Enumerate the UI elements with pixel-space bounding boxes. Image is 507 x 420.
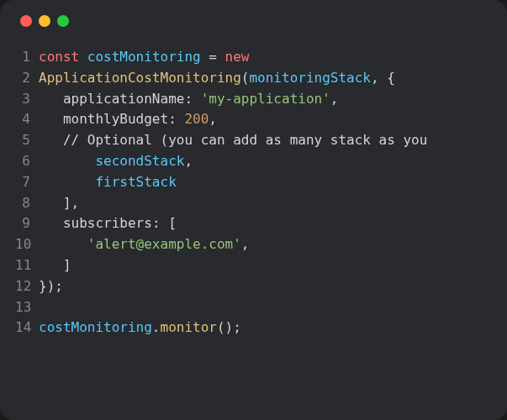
token-punct: : (184, 91, 200, 107)
code-line[interactable]: 13 (15, 297, 492, 318)
line-number: 3 (15, 89, 39, 110)
line-number: 10 (15, 234, 39, 255)
code-line[interactable]: 3 applicationName: 'my-application', (15, 89, 492, 110)
token-keyword: const (39, 49, 79, 65)
code-line[interactable]: 9 subscribers: [ (15, 213, 492, 234)
token-punct (39, 236, 87, 252)
token-string: 'my-application' (201, 91, 330, 107)
code-line[interactable]: 1const costMonitoring = new (15, 47, 492, 68)
close-icon[interactable] (20, 15, 32, 27)
token-number: 200 (184, 111, 209, 127)
token-comment: // Optional (you can add as many stack a… (63, 132, 427, 148)
token-punct (201, 49, 209, 65)
token-punct: , { (371, 70, 395, 86)
line-number: 8 (15, 193, 39, 214)
line-content[interactable]: applicationName: 'my-application', (39, 89, 338, 110)
traffic-lights (0, 15, 507, 27)
line-content[interactable]: 'alert@example.com', (39, 234, 249, 255)
line-content[interactable]: const costMonitoring = new (39, 47, 250, 68)
token-punct: , (209, 111, 217, 127)
token-method: monitor (161, 319, 217, 335)
line-number: 7 (15, 172, 39, 193)
token-punct (39, 215, 63, 231)
code-line[interactable]: 11 ] (15, 255, 492, 276)
line-number: 14 (15, 318, 39, 339)
token-param: secondStack (95, 153, 184, 169)
token-punct (39, 153, 95, 169)
line-content[interactable]: // Optional (you can add as many stack a… (39, 130, 427, 151)
line-content[interactable]: subscribers: [ (39, 213, 177, 234)
token-punct (39, 132, 63, 148)
token-punct: , (241, 236, 250, 252)
code-line[interactable]: 10 'alert@example.com', (15, 234, 492, 255)
code-line[interactable]: 7 firstStack (15, 172, 492, 193)
token-punct: }); (39, 278, 63, 294)
line-content[interactable]: ], (39, 193, 79, 214)
line-number: 13 (15, 297, 39, 318)
token-keyword: new (225, 49, 250, 65)
line-number: 4 (15, 109, 39, 130)
token-punct (39, 174, 95, 190)
line-number: 11 (15, 255, 39, 276)
code-area[interactable]: 1const costMonitoring = new2ApplicationC… (0, 47, 507, 339)
line-number: 9 (15, 213, 39, 234)
line-number: 6 (15, 151, 39, 172)
token-punct (39, 111, 63, 127)
token-prop: monthlyBudget (63, 111, 168, 127)
line-content[interactable]: secondStack, (39, 151, 193, 172)
token-punct: , (184, 153, 193, 169)
token-var: costMonitoring (87, 49, 201, 65)
line-content[interactable]: monthlyBudget: 200, (39, 109, 217, 130)
code-line[interactable]: 2ApplicationCostMonitoring(monitoringSta… (15, 68, 492, 89)
code-line[interactable]: 6 secondStack, (15, 151, 492, 172)
token-punct (217, 49, 225, 65)
token-string: 'alert@example.com' (87, 236, 241, 252)
minimize-icon[interactable] (39, 15, 50, 27)
line-content[interactable]: costMonitoring.monitor(); (39, 318, 241, 339)
line-content[interactable]: firstStack (39, 172, 177, 193)
token-punct: , (330, 91, 339, 107)
code-line[interactable]: 5 // Optional (you can add as many stack… (15, 130, 492, 151)
token-punct (79, 49, 87, 65)
token-prop: subscribers (63, 215, 152, 231)
token-punct: : [ (152, 215, 177, 231)
token-punct (39, 91, 63, 107)
line-content[interactable]: ] (39, 255, 71, 276)
code-line[interactable]: 4 monthlyBudget: 200, (15, 109, 492, 130)
token-punct: : (168, 111, 184, 127)
code-line[interactable]: 12}); (15, 276, 492, 297)
code-line[interactable]: 8 ], (15, 193, 492, 214)
token-param: monitoringStack (249, 70, 371, 86)
token-var: costMonitoring (39, 319, 152, 335)
line-content[interactable]: }); (39, 276, 63, 297)
code-line[interactable]: 14costMonitoring.monitor(); (15, 318, 492, 339)
line-number: 5 (15, 130, 39, 151)
token-op: = (209, 49, 217, 65)
line-content[interactable]: ApplicationCostMonitoring(monitoringStac… (39, 68, 395, 89)
token-punct: ] (39, 257, 71, 273)
token-punct: . (152, 319, 161, 335)
token-punct: (); (217, 319, 241, 335)
line-number: 12 (15, 276, 39, 297)
maximize-icon[interactable] (57, 15, 69, 27)
line-number: 1 (15, 47, 39, 68)
line-number: 2 (15, 68, 39, 89)
token-prop: applicationName (63, 91, 185, 107)
code-editor-window: 1const costMonitoring = new2ApplicationC… (0, 0, 507, 420)
token-punct: ], (39, 195, 79, 211)
token-class: ApplicationCostMonitoring (39, 70, 241, 86)
token-param: firstStack (95, 174, 176, 190)
